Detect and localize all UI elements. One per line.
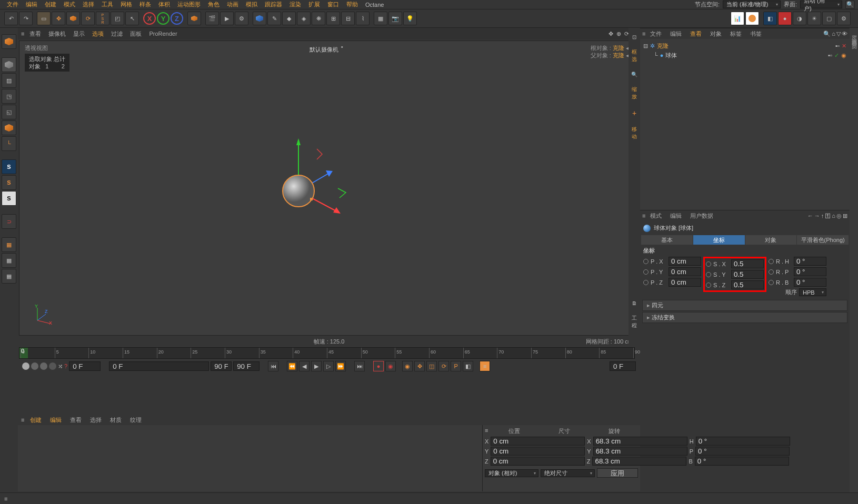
scale-tool-icon[interactable] — [66, 12, 80, 25]
menu-octane[interactable]: Octane — [362, 2, 387, 8]
next-frame-icon[interactable]: ▷ — [323, 361, 334, 371]
snap3-icon[interactable]: S — [2, 191, 16, 206]
editable-icon[interactable] — [2, 34, 16, 49]
om-tab-object[interactable]: 对象 — [706, 29, 725, 38]
bottom-tab-select[interactable]: 选择 — [87, 416, 104, 424]
rot-p-input[interactable] — [695, 447, 790, 456]
menu-tracker[interactable]: 跟踪器 — [261, 1, 286, 8]
attr-tab-basic[interactable]: 基本 — [641, 235, 693, 245]
nodespace-dropdown[interactable]: 当前 (标准/物理) — [723, 1, 781, 8]
key-icon6[interactable]: ? — [64, 363, 67, 369]
grid3-icon[interactable]: ▦ — [2, 269, 16, 284]
menu-mesh[interactable]: 网格 — [117, 1, 136, 8]
menu-window[interactable]: 窗口 — [324, 1, 343, 8]
pos-x-input[interactable] — [491, 437, 585, 446]
target-icon[interactable]: ◎ — [836, 213, 842, 219]
tree-row-sphere[interactable]: └ ● 球体 ▪▫ ✓ ◉ — [643, 51, 846, 60]
px-input[interactable] — [669, 257, 701, 266]
nav-back-icon[interactable]: ← — [807, 213, 813, 219]
menu-extensions[interactable]: 扩展 — [305, 1, 324, 8]
redo-icon[interactable]: ↷ — [19, 12, 33, 25]
menu-render[interactable]: 渲染 — [286, 1, 305, 8]
search-icon[interactable]: 🔍 — [845, 1, 855, 9]
preview-end-input[interactable] — [211, 361, 232, 371]
anim-dot[interactable] — [643, 259, 649, 264]
view-menu-display[interactable]: 显示 — [71, 30, 87, 38]
pin-icon[interactable]: ⊞ — [843, 213, 847, 219]
timeline-right-input[interactable] — [610, 361, 636, 371]
last-tool-icon[interactable]: ◰ — [111, 12, 124, 25]
current-frame-input[interactable] — [69, 361, 101, 371]
octane-settings-icon[interactable] — [745, 12, 759, 25]
menu-help[interactable]: 帮助 — [343, 1, 362, 8]
om-eye-icon[interactable]: 👁 — [842, 31, 847, 37]
key-icon5[interactable]: ⤮ — [58, 363, 63, 370]
hamburger-icon[interactable]: ≡ — [642, 31, 645, 37]
x-axis-toggle[interactable]: X — [143, 12, 156, 25]
undo-icon[interactable]: ↶ — [4, 12, 18, 25]
key-scale-icon[interactable]: ◫ — [426, 361, 437, 371]
home-icon[interactable]: ⌂ — [832, 213, 835, 219]
tag-icon[interactable]: ✕ — [842, 43, 846, 49]
goto-end-icon[interactable]: ⏭ — [354, 361, 365, 371]
check-icon[interactable]: ✓ — [834, 52, 839, 59]
floor-icon[interactable]: ▦ — [374, 12, 387, 25]
freeze-accordion[interactable]: 冻结变换 — [642, 312, 847, 323]
misc1-icon[interactable]: ◧ — [763, 12, 777, 25]
menu-simulate[interactable]: 模拟 — [242, 1, 261, 8]
deformer-icon[interactable]: ❋ — [312, 12, 325, 25]
anim-dot[interactable] — [706, 272, 711, 277]
rot-h-input[interactable] — [696, 437, 790, 446]
workplane-icon[interactable]: ◳ — [2, 89, 16, 104]
sz-input[interactable] — [731, 280, 764, 289]
polygon-mode-icon[interactable]: └ — [2, 136, 16, 151]
play-icon[interactable]: ▶ — [311, 361, 322, 371]
view-menu-prorender[interactable]: ProRender — [147, 31, 179, 37]
view-menu-options[interactable]: 选项 — [90, 30, 106, 38]
rb-input[interactable] — [794, 278, 826, 287]
menu-mode[interactable]: 模式 — [60, 1, 79, 8]
field-icon[interactable]: ⊟ — [341, 12, 355, 25]
light-icon[interactable]: 💡 — [403, 12, 417, 25]
om-search-icon[interactable]: 🔍 — [823, 31, 831, 37]
bottom-tab-material[interactable]: 材质 — [107, 416, 124, 424]
side-plus[interactable]: + — [630, 107, 639, 119]
grid2-icon[interactable]: ▦ — [2, 253, 16, 268]
anim-dot[interactable] — [706, 283, 711, 288]
pos-z-input[interactable] — [491, 457, 585, 466]
size-y-input[interactable] — [593, 447, 687, 456]
bottom-tab-create[interactable]: 创建 — [27, 416, 44, 424]
next-key-icon[interactable]: ⏩ — [335, 361, 346, 371]
attr-tab-userdata[interactable]: 用户数据 — [686, 211, 717, 220]
pos-y-input[interactable] — [491, 447, 585, 456]
sx-input[interactable] — [731, 259, 764, 268]
menu-file[interactable]: 文件 — [3, 1, 22, 8]
attr-tab-edit[interactable]: 编辑 — [666, 211, 685, 220]
view-menu-camera[interactable]: 摄像机 — [46, 30, 68, 38]
visibility-toggle[interactable]: ▪▫ — [828, 52, 832, 58]
gear-icon[interactable]: ⚙ — [837, 12, 851, 25]
grid1-icon[interactable]: ▦ — [2, 237, 16, 252]
cursor-icon[interactable]: ↖ — [125, 12, 139, 25]
record-icon[interactable]: ● — [778, 12, 792, 25]
menu-volume[interactable]: 体积 — [155, 1, 174, 8]
autokey-icon[interactable]: ◉ — [385, 361, 396, 371]
anim-dot[interactable] — [769, 269, 774, 275]
camera-icon[interactable]: 📷 — [388, 12, 402, 25]
key-rot-icon[interactable]: ⟳ — [438, 361, 449, 371]
key-param-icon[interactable]: P — [451, 361, 461, 371]
prev-frame-icon[interactable]: ◀ — [299, 361, 310, 371]
om-tab-edit[interactable]: 编辑 — [666, 29, 685, 38]
menu-character[interactable]: 角色 — [204, 1, 223, 8]
om-tab-tag[interactable]: 标签 — [726, 29, 745, 38]
phong-tag-icon[interactable]: ◉ — [841, 52, 846, 59]
nav-icon1[interactable]: ✥ — [608, 31, 613, 37]
sy-input[interactable] — [731, 270, 764, 279]
viewport-gizmo[interactable] — [251, 109, 367, 225]
attr-tab-mode[interactable]: 模式 — [646, 211, 665, 220]
pz-input[interactable] — [669, 278, 701, 287]
anim-dot[interactable] — [706, 261, 711, 267]
timeline-ruler[interactable]: 0 051015202530354045505560657075808590 — [19, 347, 635, 359]
size-mode-dropdown[interactable]: 绝对尺寸 — [541, 469, 594, 477]
quaternion-accordion[interactable]: 四元 — [642, 300, 847, 311]
